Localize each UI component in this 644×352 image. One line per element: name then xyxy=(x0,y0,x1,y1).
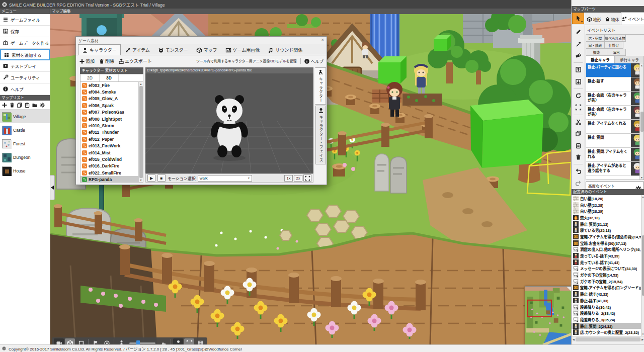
placed-event-item[interactable]: 白い壁(18,20) xyxy=(572,195,644,202)
menu-item-save[interactable]: 保存 xyxy=(0,26,50,37)
event-template-item[interactable]: 静止-話す xyxy=(586,77,643,92)
mode-tab-3d[interactable]: 3D xyxy=(100,74,119,81)
event-category-tab[interactable]: 仕掛け xyxy=(605,42,623,49)
material-list-scrollbar[interactable]: ▲▼ xyxy=(138,82,143,182)
dialog-tab-monster[interactable]: モンスター xyxy=(154,45,192,55)
event-cube-large[interactable] xyxy=(470,100,543,168)
menu-item-menu[interactable]: ゲームファイル xyxy=(0,14,50,26)
event-category-tab[interactable]: 扉・階段 xyxy=(586,42,605,49)
scroll-left-icon[interactable]: ◀ xyxy=(573,338,575,341)
eraser-tool-button[interactable] xyxy=(573,50,584,61)
dropper-tool-button[interactable] xyxy=(573,38,584,49)
placed-list-scrollbar[interactable]: ▲▼ xyxy=(641,195,644,336)
gear-tool-button[interactable] xyxy=(39,102,45,108)
material-item[interactable]: ef005_Glow_A xyxy=(80,96,143,102)
map-list-item-forest[interactable]: Forest xyxy=(0,137,50,150)
placed-event-item[interactable]: 段差降りる_2(38,42) xyxy=(572,310,644,316)
pen-tool-button[interactable] xyxy=(573,27,584,37)
scroll-right-icon[interactable]: ▶ xyxy=(641,338,643,341)
side-tab-bust[interactable]: キャラクター・フェイス xyxy=(315,106,326,164)
event-template-item[interactable]: 静止-アイテムをくれる xyxy=(586,120,643,134)
material-item[interactable]: ef004_Smoke xyxy=(80,89,143,95)
stop-button[interactable]: ■ xyxy=(157,174,166,182)
mountain-view-button[interactable] xyxy=(158,338,169,344)
placed-event-item[interactable]: 宝箱-アイテムを得る(復活の羽)(14,5 xyxy=(572,233,644,240)
rotate-tool-button[interactable] xyxy=(573,91,584,101)
copy-tool-button[interactable] xyxy=(573,128,584,139)
scroll-up-icon[interactable]: ▲ xyxy=(140,82,142,85)
placed-event-item[interactable]: 静止-質問_2(24,32) xyxy=(572,323,644,329)
placed-event-item[interactable]: 静止-質問(31,13) xyxy=(572,221,644,227)
map-list-item-dungeon[interactable]: Dungeon xyxy=(0,150,50,164)
dialog-help-button[interactable]: ヘルプ xyxy=(300,58,324,64)
scroll-thumb[interactable] xyxy=(640,112,643,132)
grid-view-button[interactable] xyxy=(195,338,205,344)
material-item[interactable]: ef012_Paper xyxy=(80,136,143,142)
redo-tool-button[interactable] xyxy=(573,178,584,189)
event-category-tab[interactable]: 演出 xyxy=(607,49,626,56)
material-item[interactable]: ef010_Storm xyxy=(80,122,143,129)
speed-2x-button[interactable]: 2x xyxy=(294,175,302,182)
mode-tab-2d[interactable]: 2D xyxy=(80,74,100,81)
fit-tool-button[interactable] xyxy=(573,102,584,113)
scroll-thumb[interactable] xyxy=(642,235,644,296)
char-tab[interactable]: 静止キャラ xyxy=(586,56,615,63)
event-cube-small[interactable] xyxy=(434,35,451,51)
dialog-tab-sword[interactable]: アイテム xyxy=(121,45,154,55)
zoom-slider[interactable] xyxy=(129,342,155,344)
dropchar-view-button[interactable] xyxy=(116,338,126,344)
model-path-field[interactable]: D:¥sgb_rpg¥temp¥res¥character¥3D¥RPG-pan… xyxy=(145,67,313,73)
scroll-thumb[interactable] xyxy=(139,86,143,178)
map-parts-tab-house[interactable]: 物体 xyxy=(603,13,621,25)
fit-view-button[interactable] xyxy=(184,338,194,344)
paste-tool-button[interactable] xyxy=(573,140,584,150)
event-category-tab[interactable]: 調べられる物 xyxy=(605,35,626,42)
scroll-up-icon[interactable]: ▲ xyxy=(642,196,644,198)
event-template-item[interactable]: 静止-アイテムがあると違う話をする xyxy=(586,162,643,176)
event-template-item[interactable]: 静止-質問-アイテムをくれる xyxy=(586,148,643,162)
dialog-title-bar[interactable]: ゲーム素材 × xyxy=(76,37,327,44)
scroll-down-icon[interactable]: ▼ xyxy=(640,176,643,179)
map-parts-tab-mapcube[interactable]: 地形 xyxy=(585,13,603,25)
cube3d-view-button[interactable] xyxy=(65,338,75,344)
material-item[interactable]: ef016_DarkFire xyxy=(80,163,143,169)
person-view-button[interactable] xyxy=(173,338,183,344)
square-view-button[interactable] xyxy=(76,338,86,344)
dialog-tab-person[interactable]: キャラクター xyxy=(78,44,121,55)
dialog-tab-image[interactable]: ゲーム用画像 xyxy=(221,45,264,55)
material-item[interactable]: ef003_Fire xyxy=(80,82,143,89)
camera-view-button[interactable] xyxy=(54,338,64,344)
placed-event-item[interactable]: 段差降りる(30,42) xyxy=(572,304,644,310)
placed-event-item[interactable]: 宝箱-アイテムを得る(ロングソード)(32 xyxy=(572,285,644,291)
event-category-tab[interactable]: 店・宿屋 xyxy=(586,35,605,42)
trash-tool-button[interactable] xyxy=(573,152,584,162)
event-template-item[interactable]: 静止-質問 xyxy=(586,134,643,148)
add-material-button[interactable]: 追加 xyxy=(79,58,95,64)
motion-select[interactable]: walk▼ xyxy=(198,175,252,182)
placed-event-item[interactable]: 走っている-話す(41,43) xyxy=(572,259,644,266)
map-list-item-house[interactable]: House xyxy=(0,164,50,178)
target-view-button[interactable] xyxy=(102,338,112,344)
placed-event-item[interactable]: 店-カウンターの奥に配置_2(23,32) xyxy=(572,329,644,335)
map-parts-tab-eventchar[interactable]: イベント xyxy=(621,12,644,25)
fullscreen-button[interactable] xyxy=(303,174,311,182)
material-item[interactable]: ef013_FireWork xyxy=(80,143,143,149)
char-tab[interactable]: 歩行キャラ xyxy=(615,56,644,63)
event-template-item[interactable]: 静止-会話（右のキャラが先） xyxy=(586,92,643,106)
dialog-tab-note[interactable]: サウンド関係 xyxy=(264,45,306,55)
menu-item-testplay[interactable]: テストプレイ xyxy=(0,60,50,72)
placed-event-item[interactable]: 走っている-話す(43,39) xyxy=(572,252,644,259)
map-list-item-castle[interactable]: Castle xyxy=(0,123,50,137)
placed-horizontal-scrollbar[interactable]: ◀ ▶ xyxy=(572,336,644,342)
event-cube-medium[interactable] xyxy=(378,56,407,83)
zoom-slider-thumb[interactable] xyxy=(136,340,140,345)
placed-event-item[interactable]: メッセージの表示について(34,30) xyxy=(572,266,644,272)
material-item[interactable]: ef014_Mist xyxy=(80,149,143,156)
minimap[interactable] xyxy=(525,286,571,344)
plus-tool-button[interactable] xyxy=(2,102,8,108)
material-item[interactable]: ef022_SmallFire xyxy=(80,169,143,176)
scroll-up-icon[interactable]: ▲ xyxy=(640,64,643,67)
material-item[interactable]: RPG-panda xyxy=(80,176,143,183)
placed-event-item[interactable]: ガケの下の宝箱_2(15,54) xyxy=(572,278,644,285)
scroll-down-icon[interactable]: ▼ xyxy=(642,333,644,335)
